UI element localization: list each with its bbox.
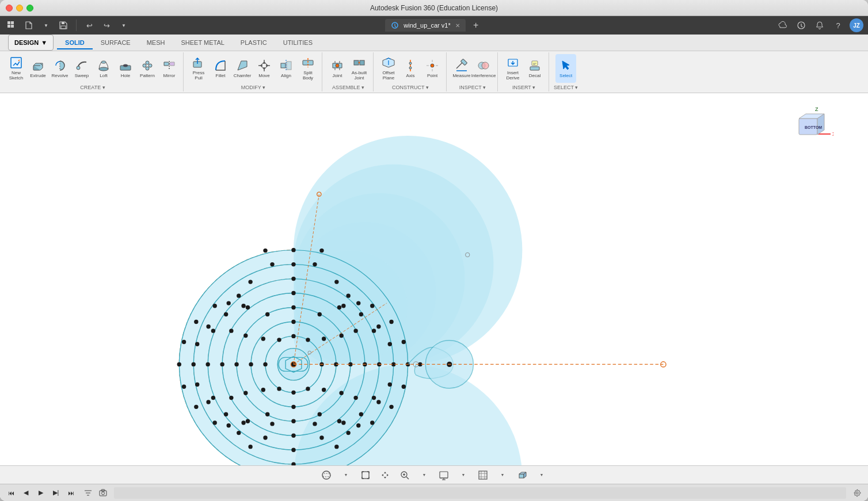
svg-point-142 bbox=[291, 320, 295, 324]
svg-rect-20 bbox=[281, 63, 285, 68]
svg-point-125 bbox=[291, 434, 295, 438]
select-btn[interactable]: Select bbox=[555, 54, 576, 83]
display-settings-btn[interactable] bbox=[436, 468, 451, 483]
help-btn[interactable]: ? bbox=[831, 18, 845, 32]
svg-point-131 bbox=[291, 305, 295, 309]
new-file-btn[interactable] bbox=[22, 18, 36, 32]
move-btn[interactable]: Move bbox=[254, 54, 275, 83]
rigid-group-btn[interactable]: As-built Joint bbox=[349, 54, 370, 83]
apps-grid-btn[interactable] bbox=[5, 18, 18, 32]
play-btn[interactable]: ▶ bbox=[35, 487, 47, 499]
svg-point-126 bbox=[341, 420, 345, 424]
pattern-btn[interactable]: Pattern bbox=[137, 54, 158, 83]
press-pull-btn[interactable]: Press Pull bbox=[188, 54, 209, 83]
decal-btn[interactable]: Decal bbox=[524, 54, 545, 83]
modify-label[interactable]: MODIFY ▾ bbox=[241, 85, 265, 91]
assemble-label[interactable]: ASSEMBLE ▾ bbox=[332, 85, 364, 91]
main-area: .spiral-fill { fill: #b8e6f5; opacity: 0… bbox=[0, 93, 868, 501]
zoom-btn[interactable] bbox=[397, 468, 412, 483]
orbit-btn[interactable] bbox=[319, 468, 334, 483]
step-beginning-btn[interactable]: ⏮ bbox=[5, 487, 17, 499]
insert-derive-btn[interactable]: Insert Derive bbox=[502, 54, 523, 83]
tab-mesh[interactable]: MESH bbox=[139, 37, 173, 49]
construct-axis-btn[interactable]: Axis bbox=[400, 54, 421, 83]
design-mode-btn[interactable]: DESIGN ▼ bbox=[8, 35, 54, 51]
tab-utilities[interactable]: UTILITIES bbox=[275, 37, 321, 49]
extrude-btn[interactable]: Extrude bbox=[28, 54, 48, 83]
viewport[interactable]: .spiral-fill { fill: #b8e6f5; opacity: 0… bbox=[0, 93, 868, 465]
undo-dropdown-btn[interactable]: ▼ bbox=[117, 18, 131, 32]
interference-btn[interactable]: Interference bbox=[473, 54, 494, 83]
cloud-sync-btn[interactable] bbox=[776, 18, 790, 32]
close-window-btn[interactable] bbox=[6, 5, 13, 12]
svg-point-144 bbox=[249, 362, 253, 366]
svg-point-14 bbox=[123, 64, 128, 67]
svg-point-69 bbox=[263, 435, 267, 439]
tab-solid[interactable]: SOLID bbox=[57, 37, 93, 49]
zoom-dropdown-btn[interactable]: ▼ bbox=[417, 468, 432, 483]
offset-plane-btn[interactable]: Offset Plane bbox=[378, 54, 399, 83]
file-dropdown-btn[interactable]: ▼ bbox=[39, 18, 53, 32]
timeline-filter-btn[interactable] bbox=[82, 487, 94, 499]
grid-toggle-btn[interactable] bbox=[475, 468, 490, 483]
grid-dropdown-btn[interactable]: ▼ bbox=[495, 468, 510, 483]
insert-label[interactable]: INSERT ▾ bbox=[512, 85, 535, 91]
timeline-camera-btn[interactable] bbox=[97, 487, 109, 499]
viewcube-dropdown-btn[interactable]: ▼ bbox=[534, 468, 549, 483]
split-btn[interactable]: Split Body bbox=[298, 54, 318, 83]
user-avatar-btn[interactable]: JZ bbox=[850, 18, 863, 32]
joint-btn[interactable]: Joint bbox=[327, 54, 348, 83]
save-btn[interactable] bbox=[56, 18, 70, 32]
sweep-btn[interactable]: Sweep bbox=[71, 54, 92, 83]
tab-surface[interactable]: SURFACE bbox=[93, 37, 139, 49]
construct-label[interactable]: CONSTRUCT ▾ bbox=[392, 85, 429, 91]
display-dropdown-btn[interactable]: ▼ bbox=[456, 468, 471, 483]
redo-btn[interactable]: ↪ bbox=[100, 18, 113, 32]
timeline-settings-btn[interactable] bbox=[851, 487, 863, 499]
undo-btn[interactable]: ↩ bbox=[82, 18, 96, 32]
construct-point-btn[interactable]: Point bbox=[422, 54, 443, 83]
fillet-btn[interactable]: Fillet bbox=[210, 54, 231, 83]
svg-point-132 bbox=[265, 312, 269, 316]
pan-btn[interactable] bbox=[378, 468, 393, 483]
svg-point-84 bbox=[246, 305, 250, 309]
svg-rect-33 bbox=[530, 67, 539, 70]
clock-btn[interactable] bbox=[794, 18, 808, 32]
viewcube[interactable]: X Z BOTTOM bbox=[787, 102, 833, 148]
svg-point-89 bbox=[195, 383, 199, 387]
mirror-btn[interactable]: Mirror bbox=[159, 54, 180, 83]
notification-btn[interactable] bbox=[813, 18, 827, 32]
svg-point-152 bbox=[263, 362, 267, 366]
align-btn[interactable]: Align bbox=[276, 54, 296, 83]
timeline-track[interactable] bbox=[114, 487, 846, 499]
hole-btn[interactable]: Hole bbox=[115, 54, 136, 83]
tab-sheet-metal[interactable]: SHEET METAL bbox=[173, 37, 232, 49]
svg-point-59 bbox=[263, 248, 267, 253]
step-back-btn[interactable]: ◀ bbox=[20, 487, 32, 499]
revolve-btn[interactable]: Revolve bbox=[50, 54, 70, 83]
new-tab-btn[interactable]: + bbox=[469, 18, 483, 32]
svg-point-31 bbox=[482, 62, 489, 69]
measure-btn[interactable]: Measure bbox=[451, 54, 472, 83]
inspect-label[interactable]: INSPECT ▾ bbox=[459, 85, 486, 91]
step-end-btn[interactable]: ⏭ bbox=[64, 487, 77, 499]
step-forward-btn[interactable]: ▶| bbox=[50, 487, 62, 499]
loft-btn[interactable]: Loft bbox=[93, 54, 114, 83]
new-sketch-btn[interactable]: New Sketch bbox=[6, 54, 26, 83]
svg-point-62 bbox=[194, 320, 198, 324]
maximize-window-btn[interactable] bbox=[26, 5, 33, 12]
file-tab[interactable]: wind_up_car v1* ✕ bbox=[385, 19, 465, 32]
close-tab-btn[interactable]: ✕ bbox=[455, 22, 460, 29]
chamfer-btn[interactable]: Chamfer bbox=[232, 54, 253, 83]
orbit-dropdown-btn[interactable]: ▼ bbox=[338, 468, 353, 483]
viewcube-toggle-btn[interactable] bbox=[515, 468, 530, 483]
minimize-window-btn[interactable] bbox=[16, 5, 23, 12]
ribbon-group-insert: Insert Derive Decal INSERT ▾ bbox=[499, 52, 549, 91]
sketch-svg: .spiral-fill { fill: #b8e6f5; opacity: 0… bbox=[0, 93, 868, 465]
svg-rect-25 bbox=[360, 60, 364, 65]
tab-plastic[interactable]: PLASTIC bbox=[233, 37, 275, 49]
select-label[interactable]: SELECT ▾ bbox=[554, 85, 578, 91]
fit-btn[interactable] bbox=[358, 468, 373, 483]
create-label[interactable]: CREATE ▾ bbox=[80, 85, 105, 91]
svg-point-193 bbox=[856, 492, 858, 494]
